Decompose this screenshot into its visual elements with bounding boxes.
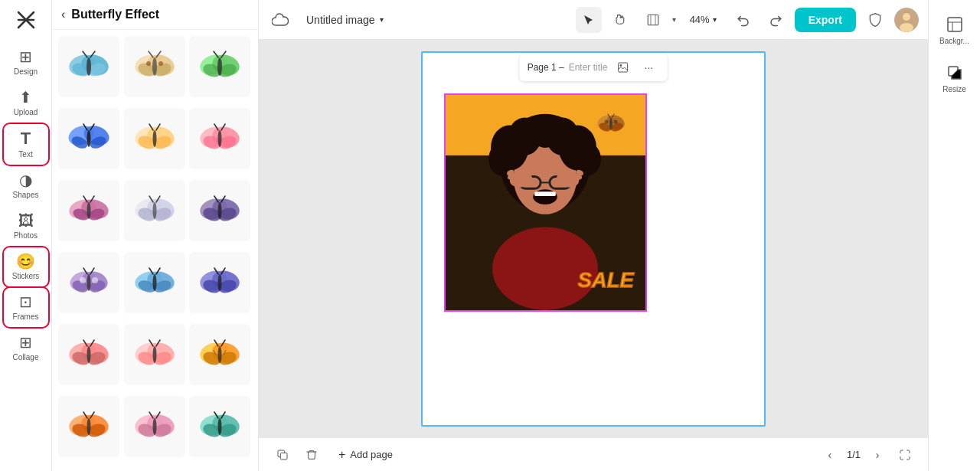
list-item[interactable]: [124, 324, 185, 385]
hand-tool-button[interactable]: [608, 7, 634, 33]
svg-rect-176: [280, 453, 287, 460]
butterfly-icon-10: [66, 260, 112, 306]
list-item[interactable]: [58, 324, 119, 385]
sidebar-item-photos[interactable]: 🖼 Photos: [4, 207, 48, 246]
undo-button[interactable]: [730, 7, 756, 33]
sidebar-item-frames[interactable]: ⊡ Frames: [4, 288, 48, 327]
add-page-icon: +: [338, 448, 345, 462]
page-indicator: Page 1 – Enter title ···: [520, 54, 668, 81]
add-page-label: Add page: [350, 449, 393, 460]
butterfly-icon-14: [132, 332, 178, 378]
toolbar: Untitled image ▾ ▾ 44% ▾: [259, 0, 928, 40]
sidebar-item-text[interactable]: T Text: [4, 124, 48, 165]
canvas-image-container[interactable]: SALE: [444, 93, 647, 312]
list-item[interactable]: [189, 108, 250, 169]
svg-point-172: [614, 119, 618, 123]
content-panel: ‹ Butterfly Effect: [52, 0, 259, 471]
list-item[interactable]: [189, 180, 250, 241]
list-item[interactable]: [189, 396, 250, 457]
collage-icon: ⊞: [19, 335, 32, 350]
butterfly-grid: [52, 30, 258, 471]
photos-icon: 🖼: [18, 213, 34, 228]
list-item[interactable]: [124, 180, 185, 241]
svg-point-149: [530, 114, 560, 147]
sidebar-item-stickers[interactable]: 😊 Stickers: [4, 247, 48, 286]
shield-icon: [867, 12, 883, 28]
svg-point-132: [218, 418, 222, 435]
resize-label: Resize: [942, 85, 966, 93]
svg-point-58: [152, 202, 156, 219]
delete-button[interactable]: [300, 443, 323, 466]
butterfly-icon-6: [197, 116, 243, 162]
right-panel: Backgr... Resize: [928, 0, 980, 471]
list-item[interactable]: [189, 36, 250, 97]
svg-point-30: [87, 130, 91, 147]
butterfly-icon-15: [197, 332, 243, 378]
workspace[interactable]: Page 1 – Enter title ···: [259, 40, 928, 437]
sidebar-item-upload[interactable]: ⬆ Upload: [4, 83, 48, 123]
doc-title-button[interactable]: Untitled image ▾: [299, 9, 391, 31]
svg-point-23: [217, 57, 222, 76]
stickers-label: Stickers: [12, 272, 40, 280]
svg-point-37: [152, 130, 156, 147]
frames-icon: ⊡: [19, 294, 32, 309]
resize-button[interactable]: Resize: [933, 57, 977, 100]
avatar-image: [894, 8, 919, 32]
butterfly-icon-12: [197, 260, 243, 306]
text-label: Text: [18, 150, 32, 159]
list-item[interactable]: [189, 324, 250, 385]
doc-title-text: Untitled image: [306, 14, 375, 26]
prev-page-button[interactable]: ‹: [819, 444, 841, 466]
butterfly-sticker[interactable]: [596, 110, 626, 137]
svg-rect-177: [948, 18, 962, 31]
svg-point-95: [87, 346, 91, 363]
list-item[interactable]: [189, 252, 250, 313]
page-image-button[interactable]: [612, 57, 633, 78]
butterfly-icon-9: [197, 188, 243, 234]
svg-rect-135: [648, 15, 658, 25]
svg-point-111: [218, 346, 222, 363]
svg-rect-164: [534, 191, 556, 196]
photos-label: Photos: [14, 231, 38, 240]
redo-button[interactable]: [763, 7, 789, 33]
list-item[interactable]: [58, 108, 119, 169]
frame-tool-button[interactable]: [640, 7, 666, 33]
list-item[interactable]: [124, 108, 185, 169]
list-item[interactable]: [58, 180, 119, 241]
sidebar-item-collage[interactable]: ⊞ Collage: [4, 329, 48, 368]
list-item[interactable]: [58, 36, 119, 97]
zoom-button[interactable]: 44% ▾: [682, 11, 724, 28]
list-item[interactable]: [58, 252, 119, 313]
list-item[interactable]: [124, 252, 185, 313]
next-page-button[interactable]: ›: [867, 444, 888, 466]
shapes-icon: ◑: [19, 172, 32, 188]
sidebar-item-design[interactable]: ⊞ Design: [4, 43, 48, 82]
page-more-button[interactable]: ···: [638, 57, 659, 78]
expand-button[interactable]: [894, 444, 916, 466]
export-button[interactable]: Export: [795, 8, 856, 32]
list-item[interactable]: [124, 36, 185, 97]
svg-text:SALE: SALE: [577, 268, 635, 292]
panel-title: Butterfly Effect: [71, 8, 159, 21]
logo-button[interactable]: [12, 6, 40, 34]
back-button[interactable]: ‹: [61, 8, 65, 21]
canvas-image: SALE: [446, 95, 645, 310]
avatar[interactable]: [894, 8, 919, 32]
add-page-button[interactable]: + Add page: [329, 443, 402, 466]
svg-point-81: [152, 274, 156, 291]
background-button[interactable]: Backgr...: [933, 9, 977, 51]
copy-button[interactable]: [271, 443, 294, 466]
shapes-label: Shapes: [13, 191, 39, 199]
cloud-button[interactable]: [268, 8, 292, 32]
page-image-icon: [616, 61, 629, 74]
list-item[interactable]: [58, 396, 119, 457]
sidebar-item-shapes[interactable]: ◑ Shapes: [4, 166, 48, 205]
list-item[interactable]: [124, 396, 185, 457]
shield-button[interactable]: [862, 7, 888, 33]
page-title-input[interactable]: Enter title: [569, 62, 608, 73]
select-tool-button[interactable]: [576, 7, 602, 33]
svg-rect-139: [618, 63, 627, 72]
butterfly-icon-4: [66, 116, 112, 162]
text-icon: T: [21, 130, 31, 147]
canvas-frame: SALE: [421, 51, 766, 427]
